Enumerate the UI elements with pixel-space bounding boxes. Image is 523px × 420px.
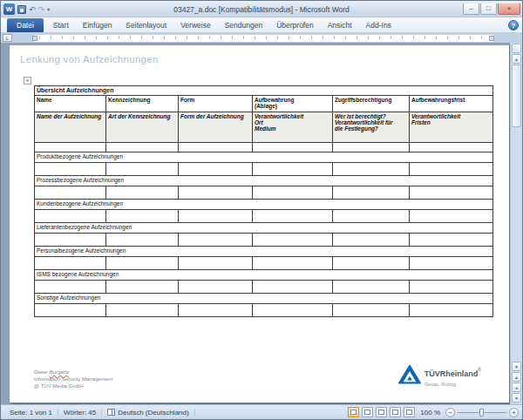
column-header-aufbewahrungsfrist[interactable]: Aufbewahrungsfrist [410,96,493,112]
redo-icon[interactable]: ↷ [38,4,45,15]
empty-cell[interactable] [410,304,493,317]
section-row-personalbezogene[interactable]: Personalbezogene Aufzeichnungen [35,247,493,257]
empty-cell[interactable] [106,210,179,223]
zoom-slider-thumb[interactable] [479,409,484,417]
description-cell[interactable]: Name der Aufzeichnung [35,112,106,143]
empty-cell[interactable] [253,143,333,152]
empty-cell[interactable] [35,234,106,247]
section-row-kundenbezogene[interactable]: Kundenbezogene Aufzeichnungen [35,200,493,210]
empty-cell[interactable] [106,143,179,152]
zoom-in-icon[interactable]: + [509,408,519,417]
description-cell[interactable]: Verantwortlichkeit Fristen [410,112,493,143]
tab-start[interactable]: Start [46,18,76,32]
footer-author-line[interactable]: Dieter Burgartz [34,369,112,376]
horizontal-ruler[interactable]: L [1,34,510,43]
table-move-handle-icon[interactable]: + [24,77,31,85]
empty-cell[interactable] [253,234,333,247]
scrollbar-track[interactable] [512,64,521,362]
view-print-layout-button[interactable] [348,407,359,417]
scrollbar-thumb[interactable] [512,64,521,127]
empty-cell[interactable] [253,257,333,270]
empty-cell[interactable] [106,304,179,317]
empty-cell[interactable] [35,143,106,152]
column-header-form[interactable]: Form [179,96,253,112]
empty-cell[interactable] [179,281,253,294]
maximize-button[interactable]: □ [480,3,497,15]
qat-customize-caret-icon[interactable]: ▾ [47,6,50,12]
empty-cell[interactable] [106,257,179,270]
empty-cell[interactable] [410,257,493,270]
empty-cell[interactable] [35,304,106,317]
minimize-button[interactable]: – [463,3,479,15]
scroll-down-icon[interactable]: ▼ [512,362,521,371]
undo-icon[interactable]: ↶ [29,4,36,15]
tab-einfuegen[interactable]: Einfügen [76,18,119,32]
tab-sendungen[interactable]: Sendungen [218,18,270,32]
tab-datei[interactable]: Datei [7,18,44,32]
tab-seitenlayout[interactable]: Seitenlayout [119,18,173,32]
empty-cell[interactable] [253,210,333,223]
empty-cell[interactable] [106,186,179,200]
zoom-level[interactable]: 100 % [418,409,443,417]
empty-cell[interactable] [35,186,106,200]
section-row-sonstige[interactable]: Sonstige Aufzeichnungen [35,294,493,304]
section-row-lieferantenbezogene[interactable]: Lieferantenbezogene Aufzeichnungen [35,223,493,234]
empty-cell[interactable] [35,281,106,294]
column-header-zugriffsberechtigung[interactable]: Zugriffsberechtigung [333,96,410,112]
help-icon[interactable]: ? [508,20,519,30]
page-footer[interactable]: Dieter Burgartz Information Security Man… [34,369,112,390]
table-title-cell[interactable]: Übersicht Aufzeichnungen [35,86,493,96]
empty-cell[interactable] [106,163,179,176]
empty-cell[interactable] [253,163,333,176]
empty-cell[interactable] [35,163,106,176]
save-icon[interactable] [17,5,26,14]
empty-cell[interactable] [410,210,493,223]
empty-cell[interactable] [410,186,493,200]
empty-cell[interactable] [333,281,410,294]
empty-cell[interactable] [333,210,410,223]
vertical-scrollbar[interactable]: ▲ ▼ ▲ ● ▼ [510,43,522,404]
view-outline-button[interactable] [390,407,401,417]
document-heading[interactable]: Lenkung von Aufzeichnungen [20,54,159,64]
word-app-icon[interactable]: W [3,3,15,15]
empty-cell[interactable] [410,234,493,247]
section-row-isms[interactable]: ISMS bezogene Aufzeichnungen [35,270,493,281]
ruler-toggle-button[interactable] [512,44,521,53]
tab-ueberpruefen[interactable]: Überprüfen [269,18,321,32]
left-indent-marker[interactable] [32,36,37,41]
zoom-out-icon[interactable]: − [445,408,455,417]
empty-cell[interactable] [333,143,410,152]
empty-cell[interactable] [410,281,493,294]
word-count[interactable]: Wörter: 45 [58,409,102,417]
tab-verweise[interactable]: Verweise [173,18,218,32]
empty-cell[interactable] [333,234,410,247]
description-cell[interactable]: Form der Aufzeichnung [179,112,253,143]
empty-cell[interactable] [179,257,253,270]
empty-cell[interactable] [333,257,410,270]
zoom-slider-track[interactable] [458,412,506,413]
empty-cell[interactable] [179,163,253,176]
empty-cell[interactable] [35,210,106,223]
description-cell[interactable]: Art der Kennzeichnung [106,112,179,143]
empty-cell[interactable] [106,234,179,247]
view-draft-button[interactable] [404,407,415,417]
empty-cell[interactable] [179,210,253,223]
scroll-up-icon[interactable]: ▲ [512,54,521,64]
empty-cell[interactable] [179,234,253,247]
empty-cell[interactable] [253,186,333,200]
column-header-name[interactable]: Name [35,96,106,112]
next-page-icon[interactable]: ▼ [512,393,521,403]
empty-cell[interactable] [179,186,253,200]
empty-cell[interactable] [253,281,333,294]
tab-stop-selector[interactable]: L [3,34,12,42]
view-fullscreen-reading-button[interactable] [362,407,373,417]
document-page[interactable]: Lenkung von Aufzeichnungen + Übersicht A… [10,45,509,403]
empty-cell[interactable] [333,163,410,176]
previous-page-icon[interactable]: ▲ [512,372,521,382]
empty-cell[interactable] [253,304,333,317]
empty-cell[interactable] [179,143,253,152]
column-header-aufbewahrung[interactable]: Aufbewahrung (Ablage) [253,96,333,112]
language-indicator[interactable]: Deutsch (Deutschland) [102,409,194,417]
page-indicator[interactable]: Seite: 1 von 1 [4,409,58,417]
browse-object-icon[interactable]: ● [512,383,521,392]
